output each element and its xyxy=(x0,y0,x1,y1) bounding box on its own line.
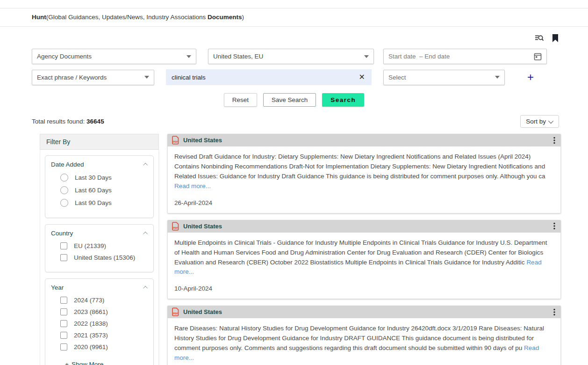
result-card-header: PDF United States xyxy=(167,306,561,318)
checkbox-option-2022[interactable]: 2022 (1838) xyxy=(51,320,148,327)
option-label: Last 60 Days xyxy=(75,187,112,194)
checkbox-option-2023[interactable]: 2023 (8661) xyxy=(51,308,148,315)
show-more-link[interactable]: +Show More xyxy=(65,361,103,365)
show-more-label: Show More xyxy=(72,361,103,365)
clear-icon[interactable]: ✕ xyxy=(357,73,367,81)
svg-text:PDF: PDF xyxy=(173,313,178,315)
filter-section-country: Country EU (21339) United States (15306) xyxy=(45,224,154,272)
result-card-body: Revised Draft Guidance for Industry: Die… xyxy=(167,146,561,213)
option-label: 2022 (1838) xyxy=(74,320,108,327)
checkbox-option-2021[interactable]: 2021 (3573) xyxy=(51,332,148,339)
svg-text:PDF: PDF xyxy=(173,226,178,229)
radio-option-last-90-days[interactable]: Last 90 Days xyxy=(51,199,148,207)
region-select[interactable]: United States, EU xyxy=(208,49,374,64)
chevron-up-icon xyxy=(143,163,148,168)
checkbox-option-2024[interactable]: 2024 (773) xyxy=(51,297,148,304)
action-button-row: Reset Save Search Search xyxy=(0,93,588,107)
svg-text:PDF: PDF xyxy=(173,140,178,143)
result-card: PDF United States Revised Draft Guidance… xyxy=(167,134,561,213)
checkbox-icon[interactable] xyxy=(60,308,67,315)
header-subtitle: (Global Guidances, Updates/News, Industr… xyxy=(46,14,208,21)
search-form-row-2: Exact phrase / Keywords ✕ Select + xyxy=(32,69,547,85)
pdf-file-icon: PDF xyxy=(172,307,179,316)
page: Hunt(Global Guidances, Updates/News, Ind… xyxy=(0,8,588,365)
result-snippet: Rare Diseases: Natural History Studies f… xyxy=(174,325,544,351)
radio-option-last-30-days[interactable]: Last 30 Days xyxy=(51,174,148,182)
kebab-menu-icon[interactable] xyxy=(552,308,557,316)
save-search-button[interactable]: Save Search xyxy=(263,93,316,107)
sort-by-button[interactable]: Sort by xyxy=(520,115,559,128)
filter-section-date-added: Date Added Last 30 Days Last 60 Days xyxy=(45,155,154,218)
chevron-down-icon xyxy=(548,118,553,123)
read-more-link[interactable]: Read more... xyxy=(174,182,211,190)
calendar-icon[interactable] xyxy=(534,52,542,61)
total-results-text: Total results found: 36645 xyxy=(32,118,104,125)
results-summary-bar: Total results found: 36645 Sort by xyxy=(0,115,588,128)
option-label: United States (15306) xyxy=(74,254,135,261)
date-added-section-header[interactable]: Date Added xyxy=(51,161,148,168)
total-results-label: Total results found: xyxy=(32,118,85,125)
keyword-input[interactable] xyxy=(172,74,357,81)
radio-option-last-60-days[interactable]: Last 60 Days xyxy=(51,186,148,194)
doc-type-select[interactable]: Agency Documents xyxy=(32,49,196,64)
country-options: EU (21339) United States (15306) xyxy=(51,242,148,261)
checkbox-option-united-states[interactable]: United States (15306) xyxy=(51,254,148,261)
country-section-header[interactable]: Country xyxy=(51,230,148,237)
result-card: PDF United States Rare Diseases: Natural… xyxy=(167,306,561,365)
checkbox-icon[interactable] xyxy=(60,343,67,350)
pdf-file-icon: PDF xyxy=(172,222,179,231)
add-filter-icon[interactable]: + xyxy=(527,72,534,83)
result-card-body: Multiple Endpoints in Clinical Trials - … xyxy=(167,233,561,299)
pdf-file-icon: PDF xyxy=(172,136,179,145)
match-type-value: Exact phrase / Keywords xyxy=(37,74,107,81)
match-type-select[interactable]: Exact phrase / Keywords xyxy=(32,70,154,85)
reset-button[interactable]: Reset xyxy=(224,93,257,107)
result-card-header: PDF United States xyxy=(167,220,561,233)
chevron-down-icon xyxy=(495,76,500,79)
result-card-body: Rare Diseases: Natural History Studies f… xyxy=(167,318,561,365)
search-form-row-1: Agency Documents United States, EU xyxy=(32,49,547,64)
radio-icon[interactable] xyxy=(60,174,68,182)
date-range-input[interactable] xyxy=(388,53,534,60)
sort-by-label: Sort by xyxy=(526,118,546,125)
filter-section-year: Year 2024 (773) 2023 (8661) xyxy=(45,278,154,365)
keyword-search-field: ✕ xyxy=(166,69,372,85)
chevron-down-icon xyxy=(186,55,191,58)
filter-sidebar: Filter By Date Added Last 30 Days xyxy=(40,134,159,365)
option-label: 2021 (3573) xyxy=(74,332,108,339)
saved-search-icon[interactable] xyxy=(534,33,544,43)
checkbox-option-2020[interactable]: 2020 (9961) xyxy=(51,343,148,350)
radio-icon[interactable] xyxy=(60,199,68,207)
total-results-count: 36645 xyxy=(86,118,104,125)
checkbox-icon[interactable] xyxy=(60,332,67,339)
header-subtitle-close: ) xyxy=(242,14,244,21)
kebab-menu-icon[interactable] xyxy=(552,137,557,144)
option-label: 2023 (8661) xyxy=(74,308,108,315)
bookmark-icon[interactable] xyxy=(552,34,559,43)
region-value: United States, EU xyxy=(213,53,263,60)
search-button[interactable]: Search xyxy=(322,93,364,107)
page-header: Hunt(Global Guidances, Updates/News, Ind… xyxy=(0,8,588,27)
checkbox-icon[interactable] xyxy=(60,242,67,249)
main-content: Filter By Date Added Last 30 Days xyxy=(0,134,588,365)
checkbox-icon[interactable] xyxy=(60,297,67,304)
toolbar-icon-strip xyxy=(0,31,588,44)
chevron-up-icon xyxy=(143,286,148,291)
result-snippet-block: Rare Diseases: Natural History Studies f… xyxy=(174,324,554,363)
kebab-menu-icon[interactable] xyxy=(552,222,557,230)
filter-body: Date Added Last 30 Days Last 60 Days xyxy=(40,150,159,365)
option-label: Last 30 Days xyxy=(75,174,112,181)
checkbox-icon[interactable] xyxy=(60,254,67,261)
brand-title: Hunt xyxy=(32,14,46,21)
year-options: 2024 (773) 2023 (8661) 2022 (1838) xyxy=(51,297,148,350)
results-list: PDF United States Revised Draft Guidance… xyxy=(167,134,561,365)
result-snippet-block: Revised Draft Guidance for Industry: Die… xyxy=(174,152,554,191)
checkbox-option-eu[interactable]: EU (21339) xyxy=(51,242,148,249)
category-select[interactable]: Select xyxy=(383,70,505,85)
radio-icon[interactable] xyxy=(60,186,68,194)
option-label: 2020 (9961) xyxy=(74,343,108,350)
category-placeholder: Select xyxy=(388,74,406,81)
result-date: 26-April-2024 xyxy=(174,199,554,206)
checkbox-icon[interactable] xyxy=(60,320,67,327)
year-section-header[interactable]: Year xyxy=(51,284,148,291)
